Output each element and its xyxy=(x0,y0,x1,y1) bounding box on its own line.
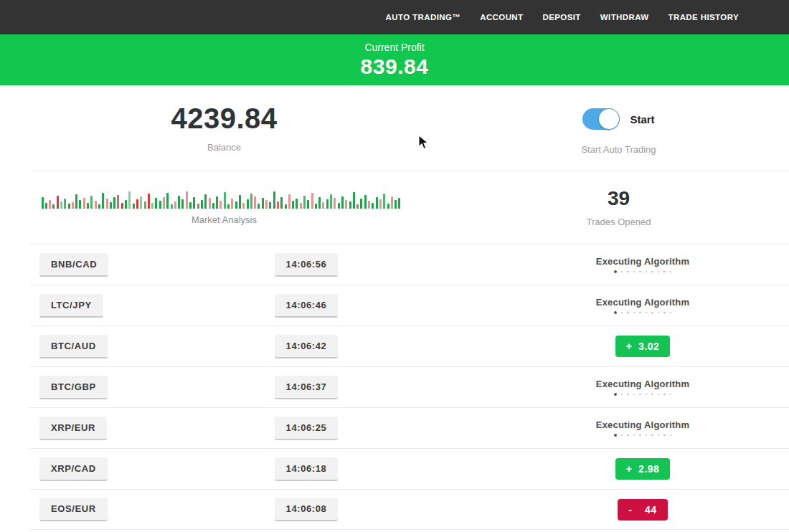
market-analysis-label: Market Analysis xyxy=(0,214,448,225)
market-bar xyxy=(330,194,332,209)
market-bar xyxy=(106,199,108,209)
pair-badge[interactable]: LTC/JPY xyxy=(39,294,103,318)
market-bar xyxy=(52,204,55,209)
balance-value: 4239.84 xyxy=(0,103,448,135)
trade-row: EOS/EUR14:06:08- 44 xyxy=(30,489,789,530)
status-executing: Executing Algorithm xyxy=(596,297,689,314)
progress-dots xyxy=(596,393,689,396)
status-executing: Executing Algorithm xyxy=(596,379,689,396)
market-bar xyxy=(75,194,77,209)
current-profit-value: 839.84 xyxy=(0,54,789,79)
trades-table: BNB/CAD14:06:56Executing AlgorithmLTC/JP… xyxy=(30,244,789,530)
executing-algorithm-label: Executing Algorithm xyxy=(596,419,689,430)
market-bar xyxy=(45,203,47,209)
market-bar xyxy=(219,201,222,209)
loss-badge: - 44 xyxy=(618,499,667,521)
market-bar xyxy=(121,203,123,209)
time-badge: 14:06:56 xyxy=(275,253,339,277)
market-bar xyxy=(368,201,370,209)
market-bar xyxy=(113,197,115,209)
auto-trading-toggle[interactable] xyxy=(582,108,620,130)
market-bar xyxy=(250,194,252,209)
market-bar xyxy=(64,199,66,209)
trade-row: LTC/JPY14:06:46Executing Algorithm xyxy=(30,285,789,326)
nav-item-deposit[interactable]: DEPOSIT xyxy=(543,13,581,22)
market-bar xyxy=(254,196,256,209)
market-bar xyxy=(277,201,279,209)
pair-badge[interactable]: XRP/CAD xyxy=(39,457,108,481)
progress-dots xyxy=(596,311,689,314)
status-executing: Executing Algorithm xyxy=(596,256,689,273)
market-bar xyxy=(197,204,199,209)
market-bar xyxy=(57,196,59,209)
profit-badge: + 3.02 xyxy=(615,336,671,357)
market-bar xyxy=(151,203,153,209)
balance-label: Balance xyxy=(0,142,448,153)
market-bar xyxy=(68,204,70,209)
market-bar xyxy=(128,191,131,209)
toggle-start-label: Start xyxy=(630,113,654,125)
pair-badge[interactable]: XRP/EUR xyxy=(39,417,107,440)
time-badge: 14:06:25 xyxy=(275,417,339,440)
market-bar xyxy=(292,201,294,209)
market-analysis-chart xyxy=(42,183,407,209)
market-bar xyxy=(258,204,260,209)
nav-item-account[interactable]: ACCOUNT xyxy=(480,13,523,22)
market-bar xyxy=(269,202,271,209)
market-bar xyxy=(318,197,321,209)
market-bar xyxy=(144,201,146,209)
market-bar xyxy=(356,204,359,209)
market-bar xyxy=(186,191,188,209)
stats-row-balance: 4239.84 Balance Start Start Auto Trading xyxy=(0,85,789,171)
market-bar xyxy=(125,200,127,209)
trades-opened-value: 39 xyxy=(448,187,789,210)
market-bar xyxy=(90,196,93,209)
market-bar xyxy=(394,200,397,209)
market-bar xyxy=(231,199,233,209)
nav-item-auto-trading[interactable]: AUTO TRADING™ xyxy=(386,13,461,22)
market-bar xyxy=(227,204,230,209)
pair-badge[interactable]: BTC/AUD xyxy=(39,335,108,358)
nav-item-withdraw[interactable]: WITHDRAW xyxy=(600,13,649,22)
market-bar xyxy=(159,201,161,209)
market-bar xyxy=(296,199,298,209)
market-bar xyxy=(311,193,313,209)
market-bar xyxy=(174,201,176,209)
market-bar xyxy=(280,197,283,209)
market-bar xyxy=(224,192,226,209)
market-bar xyxy=(110,202,112,209)
market-bar xyxy=(102,193,104,209)
pair-badge[interactable]: EOS/EUR xyxy=(39,498,108,521)
market-bar xyxy=(79,200,81,209)
market-bar xyxy=(117,195,119,209)
market-bar xyxy=(87,203,89,209)
market-bar xyxy=(334,198,336,209)
time-badge: 14:06:42 xyxy=(275,335,339,358)
trades-opened-label: Trades Opened xyxy=(448,217,789,227)
market-bar xyxy=(349,201,351,209)
market-bar xyxy=(216,196,218,209)
market-bar xyxy=(307,200,309,209)
market-bar xyxy=(265,200,268,209)
current-profit-banner: Current Profit 839.84 xyxy=(0,34,789,85)
executing-algorithm-label: Executing Algorithm xyxy=(596,297,689,308)
market-bar xyxy=(239,195,241,209)
trade-row: BTC/GBP14:06:37Executing Algorithm xyxy=(30,366,789,407)
market-bar xyxy=(98,204,100,209)
market-bar xyxy=(60,201,62,209)
nav-item-trade-history[interactable]: TRADE HISTORY xyxy=(668,13,740,22)
market-bar xyxy=(353,192,355,209)
market-bar xyxy=(49,200,51,209)
pair-badge[interactable]: BNB/CAD xyxy=(39,253,108,277)
market-bar xyxy=(201,200,203,209)
progress-dots xyxy=(596,434,689,437)
start-auto-trading-caption: Start Auto Trading xyxy=(448,144,789,155)
market-bar xyxy=(364,195,367,209)
market-bar xyxy=(391,196,393,209)
executing-algorithm-label: Executing Algorithm xyxy=(596,379,689,389)
market-bar xyxy=(133,204,135,209)
market-bar xyxy=(209,198,211,209)
market-bar xyxy=(345,200,347,209)
market-bar xyxy=(178,196,180,209)
pair-badge[interactable]: BTC/GBP xyxy=(39,376,108,399)
